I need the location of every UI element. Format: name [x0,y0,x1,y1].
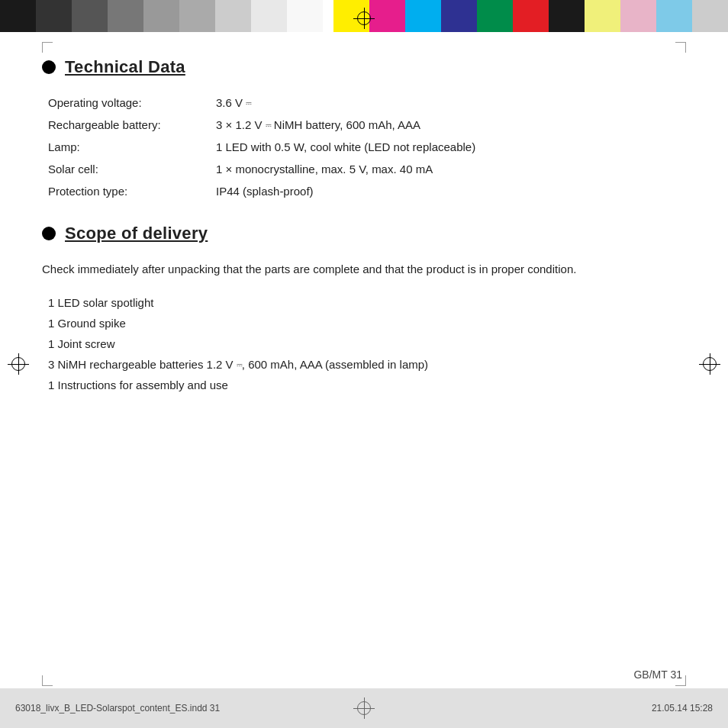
technical-data-table: Operating voltage: 3.6 V ⎓ Rechargeable … [48,94,686,201]
list-item: 1 Joint screw [48,333,686,354]
data-row-solar: Solar cell: 1 × monocrystalline, max. 5 … [48,160,686,179]
page-number: GB/MT 31 [633,668,682,681]
technical-bullet [42,60,56,74]
swatch-blue [441,0,477,32]
swatch-5 [143,0,179,32]
value-lamp: 1 LED with 0.5 W, cool white (LED not re… [216,138,475,156]
scope-delivery-section: Scope of delivery Check immediately afte… [42,224,686,395]
swatch-red [513,0,549,32]
reg-mark-right [699,353,720,375]
swatch-4 [108,0,143,32]
label-protection: Protection type: [48,182,216,201]
data-row-voltage: Operating voltage: 3.6 V ⎓ [48,94,686,112]
swatch-9 [287,0,323,32]
scope-bullet [42,227,56,240]
footer-date: 21.05.14 15:28 [652,703,713,714]
technical-data-section: Technical Data Operating voltage: 3.6 V … [42,57,686,201]
swatch-black2 [549,0,585,32]
bottom-bar: 63018_livx_B_LED-Solarspot_content_ES.in… [0,688,728,728]
value-protection: IP44 (splash-proof) [216,182,314,201]
swatch-8 [251,0,287,32]
data-row-lamp: Lamp: 1 LED with 0.5 W, cool white (LED … [48,138,686,156]
delivery-list: 1 LED solar spotlight 1 Ground spike 1 J… [48,292,686,395]
swatch-magenta [369,0,405,32]
technical-data-header: Technical Data [42,57,686,77]
swatch-7 [215,0,251,32]
center-reg-area [323,0,333,32]
value-voltage: 3.6 V ⎓ [216,94,251,112]
scope-intro-text: Check immediately after unpacking that t… [42,260,622,279]
data-row-battery: Rechargeable battery: 3 × 1.2 V ⎓ NiMH b… [48,116,686,134]
dc-symbol-3: ⎓ [237,356,242,373]
swatch-3 [72,0,108,32]
reg-mark-left [8,353,29,375]
label-solar: Solar cell: [48,160,216,179]
list-item: 1 LED solar spotlight [48,292,686,313]
reg-mark-bottom [353,697,375,719]
reg-mark-top [353,8,375,29]
label-voltage: Operating voltage: [48,94,216,112]
list-item: 3 NiMH rechargeable batteries 1.2 V ⎓, 6… [48,354,686,375]
swatch-lightyellow [585,0,620,32]
swatch-cyan [405,0,441,32]
dc-symbol-2: ⎓ [266,118,271,134]
swatch-lightgray [692,0,728,32]
label-lamp: Lamp: [48,138,216,156]
swatch-pink [620,0,656,32]
page-content: Technical Data Operating voltage: 3.6 V … [42,42,686,686]
swatch-green [477,0,513,32]
swatch-6 [179,0,215,32]
data-row-protection: Protection type: IP44 (splash-proof) [48,182,686,201]
swatch-2 [36,0,72,32]
scope-delivery-title: Scope of delivery [65,224,208,243]
list-item: 1 Instructions for assembly and use [48,375,686,395]
scope-delivery-header: Scope of delivery [42,224,686,243]
dc-symbol-1: ⎓ [246,95,251,111]
technical-data-title: Technical Data [65,57,185,77]
label-battery: Rechargeable battery: [48,116,216,134]
swatch-1 [0,0,36,32]
swatch-lightblue [656,0,692,32]
list-item: 1 Ground spike [48,313,686,333]
value-battery: 3 × 1.2 V ⎓ NiMH battery, 600 mAh, AAA [216,116,420,134]
footer-filename: 63018_livx_B_LED-Solarspot_content_ES.in… [15,703,220,714]
value-solar: 1 × monocrystalline, max. 5 V, max. 40 m… [216,160,433,179]
